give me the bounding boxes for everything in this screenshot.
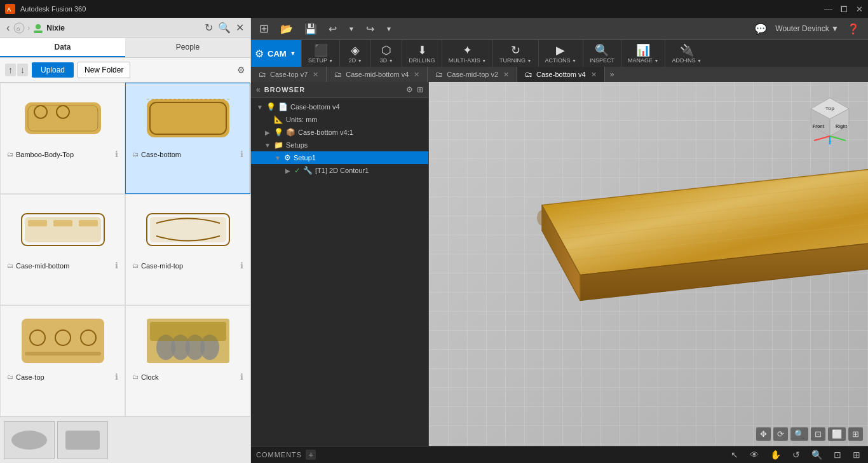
viewport[interactable]: Top Front Right Z	[429, 82, 868, 446]
instance-icon: 📦	[286, 128, 295, 137]
expand-icon[interactable]: ▶	[284, 167, 292, 174]
hand-icon[interactable]: ✋	[768, 448, 783, 461]
back-btn[interactable]: ‹	[6, 22, 10, 34]
file-info-icon[interactable]: ℹ	[115, 149, 118, 159]
browser-settings-icon[interactable]: ⚙	[406, 85, 413, 94]
ribbon-2d-btn[interactable]: ◈ 2D ▼	[342, 41, 368, 66]
ribbon-actions-btn[interactable]: ▶ ACTIONS ▼	[541, 41, 580, 66]
tab-data[interactable]: Data	[0, 38, 125, 57]
doc-tab-close[interactable]: ✕	[503, 71, 509, 79]
grid-icon[interactable]: ⊞	[848, 427, 863, 441]
close-btn[interactable]: ✕	[856, 4, 863, 14]
doc-tab-close[interactable]: ✕	[313, 71, 318, 79]
svg-rect-5	[34, 31, 43, 33]
view-icon[interactable]: 👁	[747, 448, 761, 461]
redo-icon[interactable]: ↪	[363, 22, 377, 36]
orbit-icon[interactable]: ⟳	[773, 427, 788, 441]
doc-tab-close[interactable]: ✕	[414, 71, 419, 79]
file-info-icon[interactable]: ℹ	[240, 261, 243, 270]
tree-item-setups[interactable]: ▼ 📁 Setups	[251, 139, 428, 151]
display-mode-icon[interactable]: ⬜	[828, 427, 846, 441]
save-icon[interactable]: 💾	[301, 22, 320, 36]
ribbon-turning-btn[interactable]: ↻ TURNING ▼	[496, 41, 535, 66]
notification-icon[interactable]: 💬	[751, 22, 770, 36]
left-header-right: ↻ 🔍 ✕	[205, 22, 244, 34]
rotate-icon[interactable]: ↺	[790, 448, 803, 461]
tree-item-root[interactable]: ▼ 💡 📄 Case-bottom v4	[251, 100, 428, 113]
expand-icon[interactable]: ▼	[256, 104, 264, 111]
mini-thumb-2[interactable]	[57, 421, 108, 459]
addins-icon: 🔌	[680, 43, 694, 57]
ribbon-group-2d: ◈ 2D ▼	[340, 40, 371, 67]
tree-item-instance[interactable]: ▶ 💡 📦 Case-bottom v4:1	[251, 126, 428, 139]
file-card-case-mid-top[interactable]: 🗂 Case-mid-top ℹ	[125, 194, 250, 305]
grid-menu-icon[interactable]: ⊞	[256, 20, 272, 37]
fit-icon[interactable]: ⊡	[811, 427, 825, 441]
upload-button[interactable]: Upload	[32, 62, 74, 78]
restore-btn[interactable]: ⧠	[840, 4, 848, 14]
grid-status-icon[interactable]: ⊞	[850, 448, 863, 461]
refresh-icon[interactable]: ↻	[205, 22, 213, 34]
file-card-case-top[interactable]: 🗂 Case-top ℹ	[0, 305, 125, 417]
tree-item-2d-contour[interactable]: ▶ ✓ 🔧 [T1] 2D Contour1	[251, 164, 428, 177]
expand-icon[interactable]: ▶	[264, 129, 271, 136]
tree-item-units[interactable]: 📐 Units: mm	[251, 113, 428, 126]
doc-tab-case-mid-bottom-v4[interactable]: 🗂 Case-mid-bottom v4 ✕	[327, 67, 428, 82]
doc-tab-case-bottom-v4[interactable]: 🗂 Case-bottom v4 ✕	[517, 67, 605, 82]
open-icon[interactable]: 📂	[277, 22, 296, 36]
file-info-icon[interactable]: ℹ	[115, 261, 118, 270]
doc-tab-close[interactable]: ✕	[591, 71, 597, 79]
expand-icon[interactable]: ▼	[264, 142, 271, 149]
file-card-clock[interactable]: 🗂 Clock ℹ	[125, 305, 250, 417]
file-info-icon[interactable]: ℹ	[240, 372, 243, 382]
doc-tab-case-top-v7[interactable]: 🗂 Case-top v7 ✕	[251, 67, 327, 82]
new-folder-button[interactable]: New Folder	[78, 62, 130, 78]
tabs-overflow-btn[interactable]: »	[605, 67, 620, 82]
zoom-status-icon[interactable]: 🔍	[809, 448, 825, 461]
ribbon-cam[interactable]: ⚙ CAM ▼	[251, 40, 302, 67]
add-comment-btn[interactable]: +	[306, 450, 316, 460]
ribbon-manage-btn[interactable]: 📊 MANAGE ▼	[624, 41, 662, 66]
undo-arrow[interactable]: ▼	[345, 24, 358, 34]
browser-tree: ▼ 💡 📄 Case-bottom v4 📐 Units: mm ▶	[251, 98, 428, 446]
file-card-case-bottom[interactable]: 🗂 Case-bottom ℹ	[125, 83, 250, 194]
mini-thumb-1[interactable]	[4, 421, 55, 459]
search-icon[interactable]: 🔍	[218, 22, 231, 34]
cursor-icon[interactable]: ↖	[728, 448, 741, 461]
ribbon-inspect-btn[interactable]: 🔍 INSPECT	[586, 41, 618, 66]
ribbon-drilling-btn[interactable]: ⬇ DRILLING	[405, 41, 439, 66]
settings-icon[interactable]: ⚙	[237, 65, 245, 75]
svg-rect-15	[28, 220, 47, 226]
visibility-icon[interactable]: 💡	[274, 128, 283, 137]
ribbon-multiaxis-btn[interactable]: ✦ MULTI-AXIS ▼	[445, 41, 490, 66]
layout-icon[interactable]: ⊡	[831, 448, 844, 461]
sort-desc-icon[interactable]: ↓	[17, 64, 28, 76]
doc-tab-case-mid-top-v2[interactable]: 🗂 Case-mid-top v2 ✕	[428, 67, 517, 82]
redo-arrow[interactable]: ▼	[383, 24, 395, 34]
file-info-icon[interactable]: ℹ	[240, 149, 243, 159]
contour-icon: 🔧	[303, 166, 313, 175]
comments-section[interactable]: COMMENTS +	[256, 450, 316, 460]
titlebar-controls: — ⧠ ✕	[824, 4, 863, 14]
zoom-icon[interactable]: 🔍	[790, 427, 808, 441]
file-card-bamboo-body-top[interactable]: 🗂 Bamboo-Body-Top ℹ	[0, 83, 125, 194]
close-panel-icon[interactable]: ✕	[236, 22, 244, 34]
cam-dropdown-arrow[interactable]: ▼	[290, 50, 296, 57]
help-icon[interactable]: ❓	[844, 22, 863, 36]
home-icon[interactable]: ⌂	[13, 22, 25, 34]
file-card-case-mid-bottom[interactable]: 🗂 Case-mid-bottom ℹ	[0, 194, 125, 305]
ribbon-addins-btn[interactable]: 🔌 ADD-INS ▼	[668, 41, 705, 66]
ribbon-setup-btn[interactable]: ⬛ SETUP ▼	[304, 41, 337, 66]
undo-icon[interactable]: ↩	[325, 22, 340, 36]
ribbon-3d-btn[interactable]: ⬡ 3D ▼	[374, 41, 399, 66]
file-info-icon[interactable]: ℹ	[115, 372, 118, 382]
minimize-btn[interactable]: —	[824, 4, 832, 14]
tree-item-setup1[interactable]: ▼ ⚙ Setup1	[251, 151, 428, 164]
sort-asc-icon[interactable]: ↑	[5, 64, 16, 76]
collapse-browser-icon[interactable]: «	[256, 85, 261, 94]
pan-icon[interactable]: ✥	[756, 427, 771, 441]
browser-expand-icon[interactable]: ⊞	[417, 85, 423, 94]
expand-icon[interactable]: ▼	[274, 155, 281, 162]
tab-people[interactable]: People	[125, 38, 250, 57]
navigation-cube[interactable]: Top Front Right Z	[804, 95, 855, 146]
